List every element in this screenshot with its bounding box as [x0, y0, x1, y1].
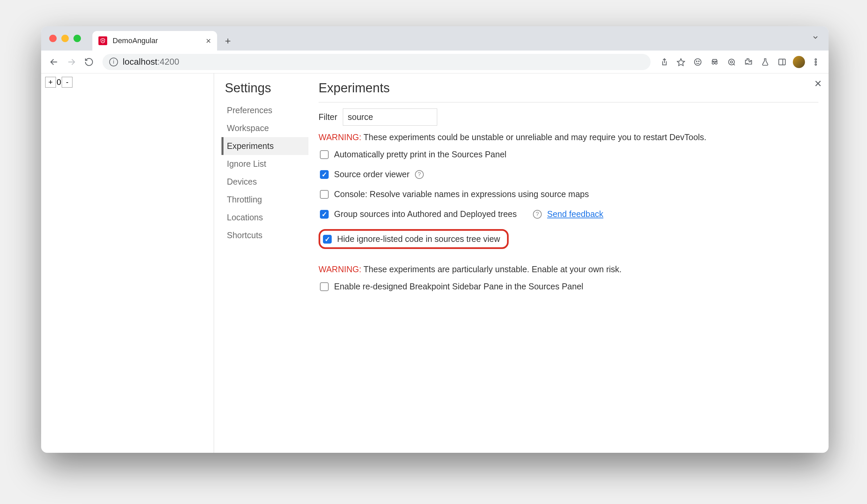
url-text: localhost:4200: [123, 57, 179, 67]
send-feedback-link[interactable]: Send feedback: [547, 209, 603, 219]
experiment-checkbox[interactable]: [320, 170, 329, 179]
experiment-row: Group sources into Authored and Deployed…: [320, 209, 818, 219]
svg-point-9: [730, 61, 733, 63]
warning-risky: WARNING: These experiments are particula…: [319, 264, 818, 274]
panel-heading: Experiments: [319, 81, 818, 95]
experiment-checkbox[interactable]: [320, 210, 329, 219]
extension-face-icon[interactable]: [691, 55, 705, 69]
experiment-checkbox[interactable]: [320, 282, 329, 291]
toolbar: i localhost:4200: [41, 51, 828, 74]
svg-point-14: [815, 64, 816, 65]
browser-window: DemoAngular × + i localhost:4200: [41, 26, 828, 453]
bookmark-star-icon[interactable]: [674, 55, 688, 69]
experiment-row: Enable re-designed Breakpoint Sidebar Pa…: [320, 282, 818, 292]
highlighted-experiment: Hide ignore-listed code in sources tree …: [319, 229, 509, 249]
experiment-checkbox[interactable]: [320, 190, 329, 199]
side-panel-icon[interactable]: [775, 55, 790, 69]
extension-target-icon[interactable]: [724, 55, 739, 69]
sidebar-item-locations[interactable]: Locations: [222, 209, 309, 227]
counter-widget: + 0 -: [45, 77, 210, 88]
window-close-dot[interactable]: [49, 35, 57, 42]
content-area: + 0 - ✕ Settings Preferences Workspace E…: [41, 74, 828, 453]
back-button[interactable]: [46, 55, 61, 69]
forward-button[interactable]: [64, 55, 79, 69]
settings-sidebar: Settings Preferences Workspace Experimen…: [214, 74, 309, 453]
site-info-icon[interactable]: i: [109, 58, 118, 66]
increment-button[interactable]: +: [45, 77, 56, 88]
sidebar-item-preferences[interactable]: Preferences: [222, 101, 309, 119]
tabs-dropdown-icon[interactable]: [812, 34, 819, 43]
experiment-label: Console: Resolve variable names in expre…: [334, 189, 589, 199]
close-tab-icon[interactable]: ×: [206, 36, 211, 45]
svg-marker-2: [677, 59, 685, 66]
warning-unstable: WARNING: These experiments could be unst…: [319, 132, 818, 142]
titlebar: DemoAngular × +: [41, 26, 828, 51]
experiments-panel: Experiments Filter WARNING: These experi…: [309, 74, 828, 453]
divider: [319, 102, 818, 102]
labs-flask-icon[interactable]: [758, 55, 773, 69]
settings-title: Settings: [222, 81, 309, 95]
decrement-button[interactable]: -: [62, 77, 73, 88]
svg-point-6: [712, 62, 714, 64]
experiment-label: Automatically pretty print in the Source…: [334, 150, 506, 160]
experiment-label: Source order viewer: [334, 169, 409, 179]
browser-tab[interactable]: DemoAngular ×: [92, 31, 217, 51]
angular-icon: [98, 36, 107, 45]
window-zoom-dot[interactable]: [74, 35, 81, 42]
filter-label: Filter: [319, 112, 338, 122]
tabstrip: DemoAngular × +: [92, 26, 806, 51]
svg-point-5: [698, 61, 699, 61]
experiment-checkbox[interactable]: [320, 150, 329, 159]
counter-value: 0: [56, 77, 62, 87]
svg-point-13: [815, 61, 816, 62]
experiment-label: Hide ignore-listed code in sources tree …: [337, 234, 500, 244]
sidebar-item-ignore-list[interactable]: Ignore List: [222, 155, 309, 173]
svg-point-12: [815, 59, 816, 60]
sidebar-item-throttling[interactable]: Throttling: [222, 191, 309, 209]
window-minimize-dot[interactable]: [61, 35, 69, 42]
sidebar-item-experiments[interactable]: Experiments: [222, 137, 309, 155]
svg-point-7: [715, 62, 717, 64]
experiment-row: Console: Resolve variable names in expre…: [320, 189, 818, 199]
sidebar-item-devices[interactable]: Devices: [222, 173, 309, 191]
devtools-settings: ✕ Settings Preferences Workspace Experim…: [214, 74, 828, 453]
new-tab-button[interactable]: +: [221, 34, 235, 48]
experiment-label: Enable re-designed Breakpoint Sidebar Pa…: [334, 282, 583, 292]
address-bar[interactable]: i localhost:4200: [103, 54, 651, 70]
extensions-puzzle-icon[interactable]: [741, 55, 756, 69]
page-pane: + 0 -: [41, 74, 214, 453]
svg-rect-10: [779, 59, 785, 65]
share-icon[interactable]: [657, 55, 672, 69]
svg-point-4: [696, 61, 697, 61]
sidebar-item-shortcuts[interactable]: Shortcuts: [222, 227, 309, 244]
experiment-label: Group sources into Authored and Deployed…: [334, 209, 517, 219]
toolbar-actions: [657, 55, 823, 69]
help-icon[interactable]: ?: [533, 210, 542, 219]
sidebar-item-workspace[interactable]: Workspace: [222, 119, 309, 137]
reload-button[interactable]: [82, 55, 96, 69]
menu-dots-icon[interactable]: [809, 55, 823, 69]
filter-row: Filter: [319, 109, 818, 126]
help-icon[interactable]: ?: [415, 170, 424, 179]
close-settings-icon[interactable]: ✕: [814, 78, 822, 89]
traffic-lights: [49, 35, 81, 42]
svg-point-3: [694, 59, 701, 65]
experiment-row: Automatically pretty print in the Source…: [320, 150, 818, 160]
extension-incognito-icon[interactable]: [707, 55, 722, 69]
experiment-checkbox[interactable]: [323, 235, 332, 244]
filter-input[interactable]: [343, 109, 437, 126]
experiment-row: Source order viewer ?: [320, 169, 818, 179]
svg-point-8: [728, 59, 734, 65]
profile-avatar[interactable]: [792, 55, 806, 69]
tab-title: DemoAngular: [113, 36, 201, 45]
